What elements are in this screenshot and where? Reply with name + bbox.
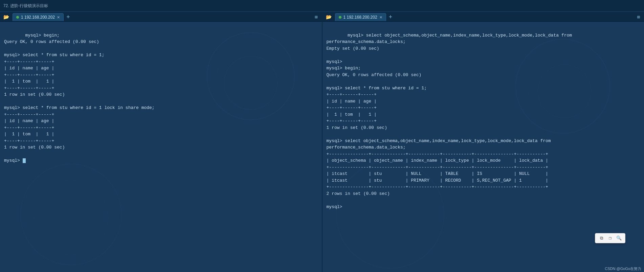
left-folder-icon[interactable]: 📂 xyxy=(1,14,11,20)
context-search-btn[interactable]: 🔍 xyxy=(616,235,622,242)
right-term-text: mysql> select object_schema,object_name,… xyxy=(327,25,640,217)
title-bar: 72. 进阶-行级锁演示目标 xyxy=(0,0,644,12)
left-tab-bar: 📂 1 192.168.200.202 ✕ + ⊞ xyxy=(0,12,322,23)
context-toolbar[interactable]: ⧉ ❐ 🔍 xyxy=(595,233,625,243)
left-tab-close[interactable]: ✕ xyxy=(57,15,60,20)
context-copy-btn[interactable]: ⧉ xyxy=(598,235,605,242)
status-text: CSDN @GoGo在努力 xyxy=(605,267,641,271)
window-title: 72. 进阶-行级锁演示目标 xyxy=(0,3,48,9)
status-bar: CSDN @GoGo在努力 xyxy=(602,266,644,272)
left-cursor xyxy=(23,158,26,163)
split-container: 📂 1 192.168.200.202 ✕ + ⊞ mysql> begin; … xyxy=(0,12,644,272)
left-tab-label: 1 192.168.200.202 xyxy=(21,15,55,20)
left-term-text: mysql> begin; Query OK, 0 rows affected … xyxy=(4,25,318,171)
left-terminal-pane: 📂 1 192.168.200.202 ✕ + ⊞ mysql> begin; … xyxy=(0,12,323,272)
left-grid-icon[interactable]: ⊞ xyxy=(312,14,320,20)
right-tab-add[interactable]: + xyxy=(387,14,394,21)
right-folder-icon[interactable]: 📂 xyxy=(324,14,334,20)
left-tab[interactable]: 1 192.168.200.202 ✕ xyxy=(13,13,64,21)
right-terminal-pane: 📂 1 192.168.200.202 ✕ + ⊞ mysql> select … xyxy=(323,12,644,272)
right-tab-bar: 📂 1 192.168.200.202 ✕ + ⊞ xyxy=(323,12,644,23)
right-tab-close[interactable]: ✕ xyxy=(379,15,382,20)
context-paste-btn[interactable]: ❐ xyxy=(607,235,614,242)
right-tab-dot xyxy=(339,16,341,19)
left-terminal-content[interactable]: mysql> begin; Query OK, 0 rows affected … xyxy=(0,23,322,272)
right-tab-label: 1 192.168.200.202 xyxy=(343,15,377,20)
left-tab-add[interactable]: + xyxy=(65,14,71,21)
right-tab[interactable]: 1 192.168.200.202 ✕ xyxy=(335,13,386,21)
right-grid-icon[interactable]: ⊞ xyxy=(635,14,643,20)
left-tab-dot xyxy=(16,16,19,19)
